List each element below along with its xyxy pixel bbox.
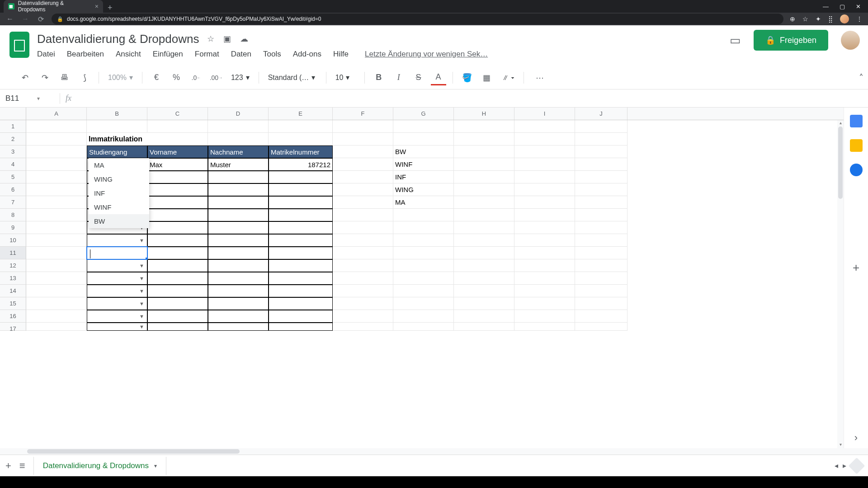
cell[interactable] — [575, 196, 627, 209]
cell[interactable] — [454, 272, 514, 285]
cell[interactable] — [575, 221, 627, 234]
cell[interactable] — [147, 209, 208, 221]
cell[interactable] — [454, 221, 514, 234]
dropdown-arrow-icon[interactable]: ▼ — [139, 259, 144, 272]
cell[interactable] — [514, 196, 575, 209]
cell[interactable] — [333, 196, 393, 209]
fill-color-icon[interactable]: 🪣 — [459, 70, 475, 85]
name-box[interactable]: B11▾ — [0, 94, 54, 103]
col-header[interactable]: E — [269, 108, 333, 120]
explore-icon[interactable] — [849, 457, 865, 474]
cell[interactable] — [26, 259, 87, 272]
cell[interactable] — [333, 221, 393, 234]
row-header[interactable]: 11 — [0, 247, 26, 259]
cell[interactable] — [147, 297, 208, 310]
cell[interactable] — [393, 221, 454, 234]
cell[interactable] — [514, 221, 575, 234]
bold-icon[interactable]: B — [371, 70, 387, 85]
col-header[interactable]: J — [575, 108, 627, 120]
cell[interactable] — [269, 272, 333, 285]
nav-reload-icon[interactable]: ⟳ — [36, 15, 45, 23]
cell[interactable] — [26, 310, 87, 323]
row-header[interactable]: 17 — [0, 323, 26, 331]
italic-icon[interactable]: I — [391, 70, 406, 85]
cell[interactable] — [575, 145, 627, 158]
nav-back-icon[interactable]: ← — [5, 15, 14, 23]
cell[interactable] — [575, 323, 627, 331]
cell[interactable] — [333, 310, 393, 323]
keep-icon[interactable] — [850, 139, 863, 152]
cell[interactable]: MA — [393, 196, 454, 209]
cell[interactable] — [514, 133, 575, 145]
row-header[interactable]: 6 — [0, 183, 26, 196]
cell[interactable] — [393, 209, 454, 221]
cell[interactable]: ▼ — [87, 259, 147, 272]
cell[interactable] — [333, 285, 393, 297]
close-tab-icon[interactable]: × — [95, 3, 99, 10]
row-header[interactable]: 7 — [0, 196, 26, 209]
cell[interactable]: INF — [393, 171, 454, 183]
cell[interactable] — [333, 234, 393, 247]
cell[interactable]: ▼ — [87, 323, 147, 331]
cell[interactable] — [333, 158, 393, 171]
cell[interactable] — [208, 272, 269, 285]
cell[interactable]: Muster — [208, 158, 269, 171]
cell[interactable] — [514, 272, 575, 285]
tab-scroll-right-icon[interactable]: ▸ — [843, 461, 846, 470]
dropdown-option[interactable]: MA — [89, 158, 149, 172]
cell[interactable] — [147, 310, 208, 323]
cell[interactable] — [514, 285, 575, 297]
calendar-icon[interactable] — [850, 115, 863, 127]
cell[interactable] — [208, 259, 269, 272]
cell[interactable] — [393, 285, 454, 297]
row-header[interactable]: 5 — [0, 171, 26, 183]
cell[interactable] — [208, 247, 269, 259]
cell[interactable] — [575, 310, 627, 323]
move-icon[interactable]: ▣ — [223, 34, 231, 44]
cell[interactable] — [269, 259, 333, 272]
cell[interactable] — [333, 209, 393, 221]
cell[interactable] — [454, 133, 514, 145]
cell[interactable] — [269, 221, 333, 234]
dropdown-arrow-icon[interactable]: ▼ — [139, 323, 144, 331]
cell[interactable] — [393, 297, 454, 310]
new-tab-button[interactable]: + — [103, 3, 117, 13]
cell[interactable] — [575, 171, 627, 183]
currency-button[interactable]: € — [149, 70, 164, 85]
menu-tools[interactable]: Tools — [263, 50, 281, 59]
cell[interactable] — [454, 171, 514, 183]
cell[interactable] — [147, 259, 208, 272]
cell[interactable] — [208, 234, 269, 247]
cell[interactable] — [514, 183, 575, 196]
cell[interactable] — [26, 323, 87, 331]
cell[interactable] — [147, 272, 208, 285]
dropdown-arrow-icon[interactable]: ▼ — [139, 285, 144, 297]
dropdown-option[interactable]: INF — [89, 186, 149, 200]
cell[interactable] — [147, 247, 208, 259]
cell[interactable]: Vorname — [147, 145, 208, 158]
cell[interactable] — [514, 209, 575, 221]
cell[interactable] — [208, 120, 269, 133]
cell[interactable]: WINF — [393, 158, 454, 171]
url-field[interactable]: 🔒 docs.google.com/spreadsheets/d/1JKUDAN… — [52, 14, 783, 24]
zoom-icon[interactable]: ⊕ — [790, 15, 795, 23]
cell[interactable] — [269, 183, 333, 196]
cell[interactable] — [514, 247, 575, 259]
cell[interactable]: ▼ — [87, 234, 147, 247]
row-header[interactable]: 8 — [0, 209, 26, 221]
updates-icon[interactable]: ⣿ — [828, 15, 833, 23]
cell[interactable] — [333, 297, 393, 310]
cell[interactable] — [454, 297, 514, 310]
extensions-icon[interactable]: ✦ — [816, 15, 821, 23]
row-header[interactable]: 12 — [0, 259, 26, 272]
cell[interactable] — [333, 133, 393, 145]
cell[interactable] — [26, 133, 87, 145]
cell[interactable] — [269, 133, 333, 145]
zoom-dropdown[interactable]: 100% ▾ — [105, 73, 136, 82]
tasks-icon[interactable] — [850, 164, 863, 176]
row-header[interactable]: 10 — [0, 234, 26, 247]
cell[interactable] — [208, 310, 269, 323]
cell[interactable] — [454, 145, 514, 158]
cell[interactable] — [87, 120, 147, 133]
cell[interactable] — [514, 297, 575, 310]
